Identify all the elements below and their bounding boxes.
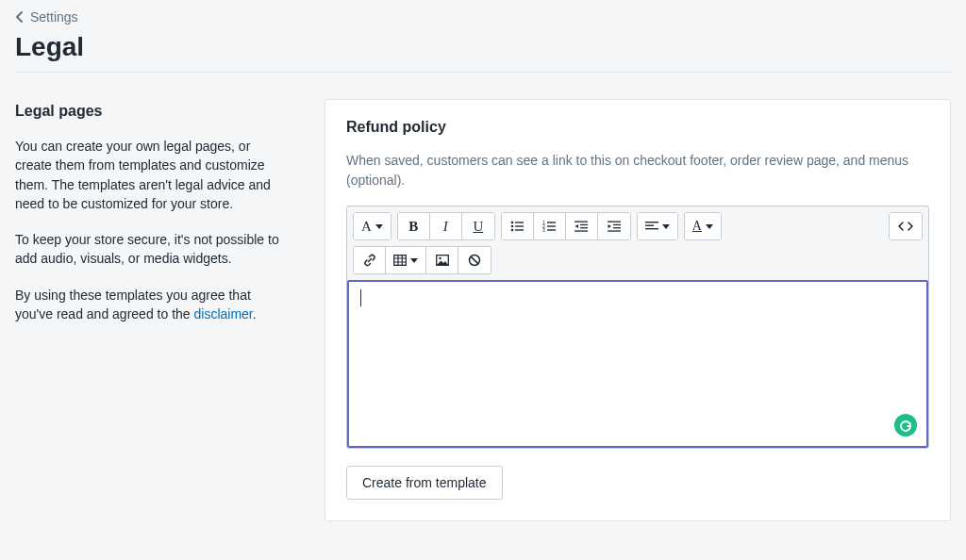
clear-format-button[interactable] <box>458 247 491 273</box>
svg-rect-14 <box>580 227 588 228</box>
svg-rect-19 <box>608 230 621 231</box>
color-group: A <box>684 212 722 240</box>
card-title: Refund policy <box>346 119 929 136</box>
svg-rect-11 <box>547 229 556 230</box>
breadcrumb-back[interactable]: Settings <box>15 9 78 25</box>
svg-point-2 <box>511 225 514 228</box>
ordered-list-icon: 1 2 3 <box>542 221 556 232</box>
breadcrumb-label: Settings <box>30 9 78 25</box>
insert-group <box>353 246 491 274</box>
svg-rect-17 <box>613 224 621 225</box>
svg-rect-20 <box>645 222 658 222</box>
svg-rect-15 <box>575 230 588 231</box>
create-from-template-button[interactable]: Create from template <box>346 466 503 500</box>
ordered-list-button[interactable]: 1 2 3 <box>534 213 566 239</box>
align-dropdown[interactable] <box>638 213 677 239</box>
svg-text:3: 3 <box>542 227 545 232</box>
svg-rect-12 <box>575 222 588 222</box>
grammarly-badge[interactable] <box>894 414 917 436</box>
align-left-icon <box>645 221 658 232</box>
format-dropdown[interactable]: A <box>354 213 391 239</box>
svg-rect-18 <box>613 227 621 228</box>
divider <box>15 72 951 73</box>
toolbar-row-1: A B I U <box>353 212 923 240</box>
table-icon <box>393 255 407 266</box>
html-group <box>889 212 923 240</box>
svg-rect-23 <box>394 255 407 266</box>
html-view-button[interactable] <box>890 213 922 239</box>
align-group <box>637 212 678 240</box>
svg-rect-7 <box>547 222 556 222</box>
text-caret <box>360 289 361 306</box>
italic-button[interactable]: I <box>430 213 462 239</box>
svg-point-0 <box>511 222 514 224</box>
table-dropdown[interactable] <box>386 247 426 273</box>
link-button[interactable] <box>354 247 386 273</box>
svg-rect-5 <box>515 229 524 230</box>
outdent-icon <box>575 221 588 232</box>
svg-rect-1 <box>515 222 524 222</box>
sidebar-para-2: To keep your store secure, it's not poss… <box>15 230 279 269</box>
indent-icon <box>608 221 621 232</box>
disclaimer-link[interactable]: disclaimer <box>193 306 252 321</box>
editor-textarea[interactable] <box>360 291 915 436</box>
svg-rect-16 <box>608 222 621 222</box>
svg-point-4 <box>511 229 514 232</box>
editor-textarea-wrap[interactable] <box>347 280 928 448</box>
text-style-group: B I U <box>397 212 495 240</box>
sidebar-heading: Legal pages <box>15 103 279 120</box>
chevron-down-icon <box>375 224 383 229</box>
svg-rect-22 <box>645 228 658 229</box>
chevron-down-icon <box>706 224 713 229</box>
svg-rect-21 <box>645 225 654 226</box>
bullet-list-button[interactable] <box>502 213 534 239</box>
refund-policy-card: Refund policy When saved, customers can … <box>325 99 951 521</box>
no-symbol-icon <box>468 254 481 267</box>
underline-button[interactable]: U <box>462 213 494 239</box>
list-group: 1 2 3 <box>501 212 631 240</box>
bold-button[interactable]: B <box>398 213 430 239</box>
chevron-down-icon <box>410 258 418 263</box>
toolbar-row-2 <box>353 246 923 274</box>
svg-line-31 <box>471 256 478 264</box>
outdent-button[interactable] <box>566 213 598 239</box>
page-title: Legal <box>15 32 951 62</box>
sidebar-para-3: By using these templates you agree that … <box>15 286 279 324</box>
sidebar-para-1: You can create your own legal pages, or … <box>15 137 279 213</box>
image-button[interactable] <box>426 247 458 273</box>
rich-text-editor: A B I U <box>346 206 929 449</box>
indent-button[interactable] <box>598 213 630 239</box>
card-description: When saved, customers can see a link to … <box>346 151 929 190</box>
chevron-left-icon <box>15 11 25 23</box>
svg-rect-9 <box>547 225 556 226</box>
svg-rect-13 <box>580 224 588 225</box>
code-icon <box>898 221 913 232</box>
svg-point-29 <box>439 257 441 259</box>
text-color-dropdown[interactable]: A <box>685 213 721 239</box>
format-group: A <box>353 212 391 240</box>
link-icon <box>363 254 376 267</box>
bullet-list-icon <box>510 221 524 232</box>
image-icon <box>436 255 449 266</box>
sidebar-description: Legal pages You can create your own lega… <box>15 99 279 340</box>
chevron-down-icon <box>662 224 670 229</box>
svg-rect-3 <box>515 225 524 226</box>
